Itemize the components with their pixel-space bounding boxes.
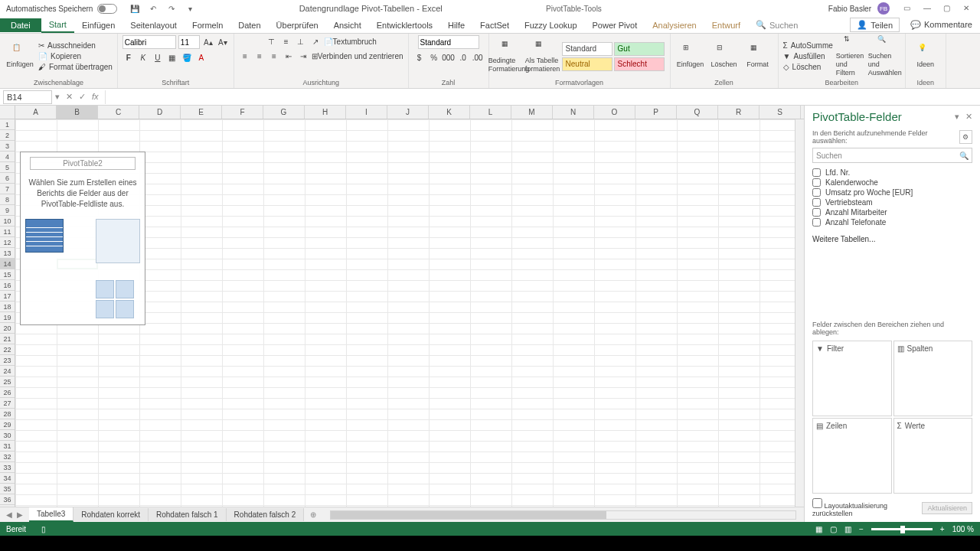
tab-analyze[interactable]: Analysieren bbox=[645, 18, 704, 32]
row-header[interactable]: 24 bbox=[0, 366, 15, 377]
row-header[interactable]: 20 bbox=[0, 323, 15, 334]
align-center-icon[interactable]: ≡ bbox=[253, 50, 266, 62]
pivot-field[interactable]: Kalenderwoche bbox=[812, 178, 972, 187]
col-header[interactable]: S bbox=[760, 106, 801, 119]
zoom-slider[interactable] bbox=[871, 528, 933, 530]
number-format-select[interactable] bbox=[418, 35, 479, 49]
style-gut[interactable]: Gut bbox=[614, 42, 665, 56]
pivot-field[interactable]: Lfd. Nr. bbox=[812, 168, 972, 178]
copy-button[interactable]: 📄Kopieren bbox=[38, 52, 113, 60]
tab-home[interactable]: Start bbox=[41, 18, 74, 33]
view-pagelayout-icon[interactable]: ▢ bbox=[830, 525, 837, 533]
wrap-text-button[interactable]: 📄Textumbruch bbox=[324, 37, 377, 46]
row-header[interactable]: 22 bbox=[0, 344, 15, 355]
field-search-input[interactable]: Suchen 🔍 bbox=[812, 148, 972, 163]
sheet-nav-prev-icon[interactable]: ◀ bbox=[6, 510, 12, 519]
row-header[interactable]: 27 bbox=[0, 398, 15, 409]
align-left-icon[interactable]: ≡ bbox=[239, 50, 251, 62]
filter-area[interactable]: ▼Filter bbox=[812, 341, 892, 416]
tab-insert[interactable]: Einfügen bbox=[74, 18, 122, 32]
fx-icon[interactable]: fx bbox=[92, 92, 99, 102]
row-header[interactable]: 33 bbox=[0, 462, 15, 473]
row-header[interactable]: 21 bbox=[0, 334, 15, 344]
cancel-formula-icon[interactable]: ✕ bbox=[66, 92, 73, 102]
autosave-toggle[interactable] bbox=[97, 4, 117, 14]
percent-icon[interactable]: % bbox=[428, 51, 440, 64]
ideas-button[interactable]: 💡Ideen bbox=[910, 44, 941, 69]
row-header[interactable]: 23 bbox=[0, 355, 15, 366]
row-header[interactable]: 26 bbox=[0, 387, 15, 398]
ribbon-search[interactable]: Suchen bbox=[769, 21, 798, 30]
comments-button[interactable]: 💬 Kommentare bbox=[910, 20, 972, 30]
tab-powerpivot[interactable]: Power Pivot bbox=[585, 18, 645, 32]
col-header[interactable]: F bbox=[222, 106, 263, 119]
taskpane-close-icon[interactable]: ✕ bbox=[965, 112, 972, 122]
add-sheet-button[interactable]: ⊕ bbox=[304, 510, 322, 519]
font-size-select[interactable] bbox=[178, 35, 200, 49]
redo-icon[interactable]: ↷ bbox=[166, 3, 177, 14]
share-button[interactable]: 👤 Teilen bbox=[850, 18, 900, 32]
row-header[interactable]: 34 bbox=[0, 473, 15, 484]
columns-area[interactable]: ▥Spalten bbox=[893, 341, 973, 416]
tab-view[interactable]: Ansicht bbox=[326, 18, 369, 32]
format-painter-button[interactable]: 🖌Format übertragen bbox=[38, 63, 113, 71]
delete-cells-button[interactable]: ⊟Löschen bbox=[709, 44, 740, 69]
field-checkbox[interactable] bbox=[812, 178, 821, 187]
ribbon-mode-icon[interactable]: ▭ bbox=[903, 4, 913, 13]
minimize-icon[interactable]: — bbox=[923, 4, 933, 13]
taskpane-dropdown-icon[interactable]: ▾ bbox=[955, 112, 959, 122]
view-pagebreak-icon[interactable]: ▥ bbox=[844, 525, 851, 533]
view-normal-icon[interactable]: ▦ bbox=[815, 525, 822, 533]
row-header[interactable]: 4 bbox=[0, 152, 15, 162]
col-header[interactable]: O bbox=[594, 106, 635, 119]
currency-icon[interactable]: $ bbox=[413, 51, 426, 64]
align-middle-icon[interactable]: ≡ bbox=[280, 35, 292, 47]
update-button[interactable]: Aktualisieren bbox=[922, 502, 972, 514]
bold-button[interactable]: F bbox=[122, 51, 135, 64]
row-header[interactable]: 10 bbox=[0, 216, 15, 227]
zoom-in-icon[interactable]: + bbox=[940, 525, 945, 533]
row-header[interactable]: 37 bbox=[0, 505, 15, 507]
tab-factset[interactable]: FactSet bbox=[472, 18, 517, 32]
sheet-tab-active[interactable]: Tabelle3 bbox=[29, 507, 74, 522]
avatar[interactable]: FB bbox=[877, 2, 890, 15]
tab-help[interactable]: Hilfe bbox=[440, 18, 472, 32]
field-checkbox[interactable] bbox=[812, 208, 821, 217]
row-header[interactable]: 36 bbox=[0, 494, 15, 505]
col-header[interactable]: J bbox=[387, 106, 429, 119]
pivot-field[interactable]: Vertriebsteam bbox=[812, 197, 972, 207]
col-header[interactable]: K bbox=[429, 106, 470, 119]
pivot-placeholder[interactable]: PivotTable2 Wählen Sie zum Erstellen ein… bbox=[20, 152, 145, 325]
close-icon[interactable]: ✕ bbox=[963, 4, 972, 13]
col-header[interactable]: A bbox=[15, 106, 57, 119]
cells-grid[interactable]: PivotTable2 Wählen Sie zum Erstellen ein… bbox=[15, 119, 795, 507]
col-header[interactable]: I bbox=[346, 106, 387, 119]
border-button[interactable]: ▦ bbox=[166, 51, 178, 64]
name-box[interactable]: B14 bbox=[3, 90, 52, 104]
col-header[interactable]: D bbox=[139, 106, 181, 119]
row-header[interactable]: 13 bbox=[0, 248, 15, 259]
format-cells-button[interactable]: ▦Format bbox=[743, 44, 773, 69]
tab-layout[interactable]: Seitenlayout bbox=[122, 18, 185, 32]
qat-dropdown-icon[interactable]: ▾ bbox=[185, 3, 195, 14]
col-header[interactable]: E bbox=[181, 106, 222, 119]
tab-data[interactable]: Daten bbox=[230, 18, 268, 32]
sheet-tab[interactable]: Rohdaten korrekt bbox=[74, 508, 149, 521]
vertical-scrollbar[interactable] bbox=[795, 119, 804, 507]
save-icon[interactable]: 💾 bbox=[129, 3, 140, 14]
row-header[interactable]: 29 bbox=[0, 419, 15, 430]
undo-icon[interactable]: ↶ bbox=[148, 3, 158, 14]
macro-record-icon[interactable]: ▯ bbox=[41, 525, 46, 533]
fill-button[interactable]: ▼Ausfüllen bbox=[783, 52, 833, 60]
pivot-field[interactable]: Anzahl Telefonate bbox=[812, 217, 972, 227]
col-header[interactable]: N bbox=[553, 106, 594, 119]
font-color-button[interactable]: A bbox=[195, 51, 207, 64]
increase-font-icon[interactable]: A▴ bbox=[202, 36, 214, 48]
increase-decimal-icon[interactable]: .0 bbox=[457, 51, 469, 64]
row-header[interactable]: 9 bbox=[0, 205, 15, 216]
horizontal-scrollbar[interactable] bbox=[330, 510, 796, 520]
field-checkbox[interactable] bbox=[812, 188, 821, 197]
col-header[interactable]: G bbox=[263, 106, 305, 119]
italic-button[interactable]: K bbox=[137, 51, 149, 64]
align-top-icon[interactable]: ⊤ bbox=[266, 35, 278, 47]
